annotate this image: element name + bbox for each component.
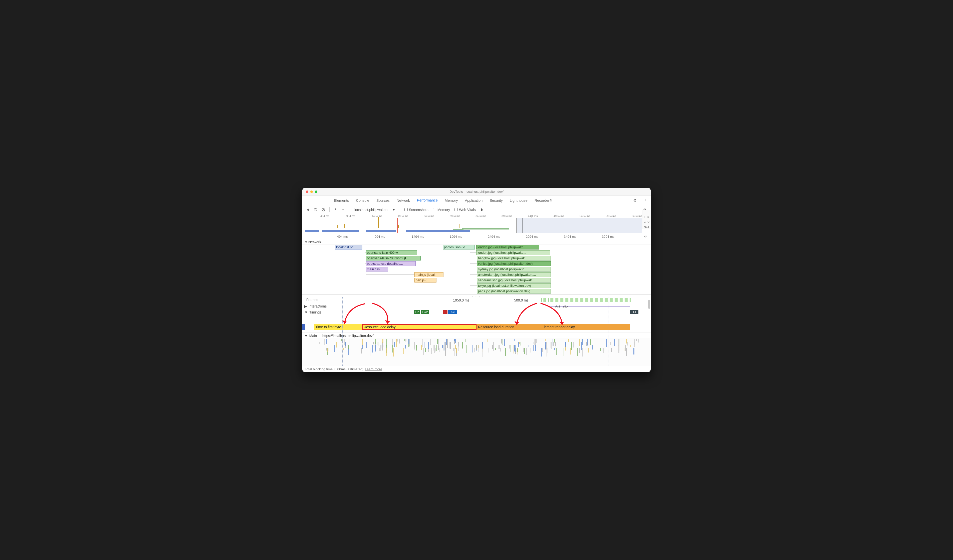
badge-fcp: FCP [421, 310, 429, 314]
tab-memory[interactable]: Memory [441, 196, 461, 205]
request-bar[interactable]: main.js (local... [414, 272, 444, 277]
main-flame[interactable] [302, 338, 651, 366]
tab-performance[interactable]: Performance [413, 196, 441, 205]
ruler-tick: 1494 ms [412, 235, 424, 238]
tab-application[interactable]: Application [461, 196, 486, 205]
zoom-icon[interactable] [315, 190, 317, 193]
upload-icon[interactable] [332, 207, 338, 213]
ruler-tick: 3494 ms [475, 215, 486, 218]
ruler-tick: 4994 ms [554, 215, 564, 218]
close-icon[interactable] [306, 190, 308, 193]
request-bar[interactable]: london.jpg (localhost.philipwalto... [476, 245, 539, 249]
device-icon[interactable] [316, 196, 331, 205]
record-icon[interactable] [305, 207, 311, 213]
tab-console[interactable]: Console [352, 196, 373, 205]
ruler-tick: 494 ms [320, 215, 329, 218]
network-waterfall[interactable]: localhost.phi...opensans-latin-400.w...o… [302, 245, 651, 295]
request-bar[interactable]: localhost.phi... [335, 245, 362, 249]
network-lane-header[interactable]: ▼Network [302, 239, 651, 245]
phase-rdur: Resource load duration [476, 324, 540, 330]
ruler-tick: 494 ms [337, 235, 348, 238]
ruler-tick: 5494 ms [580, 215, 590, 218]
request-bar[interactable]: tokyo.jpg (localhost.philipwalton.dev) [477, 283, 551, 288]
request-bar[interactable]: paris.jpg (localhost.philipwalton.dev) [477, 289, 551, 294]
badge-l: L [443, 310, 447, 314]
detail-ruler: 494 ms994 ms1494 ms1994 ms2494 ms2994 ms… [302, 234, 651, 239]
kebab-icon[interactable]: ⋮ [640, 196, 651, 205]
request-bar[interactable]: opensans-latin-400.w... [366, 250, 417, 255]
ruler-tick: 5994 ms [605, 215, 616, 218]
phase-erd: Element render delay [540, 324, 630, 330]
request-bar[interactable]: perf.js (l... [414, 278, 436, 283]
badge-dcl: DCL [448, 310, 457, 314]
minimize-icon[interactable] [310, 190, 313, 193]
request-bar[interactable]: san-francisco.jpg (localhost.philipwalt.… [477, 278, 551, 283]
splitter-handle[interactable]: • • • [302, 295, 651, 297]
svg-rect-0 [324, 196, 327, 201]
ruler-tick: 994 ms [375, 235, 385, 238]
flamechart-area[interactable]: Frames 1050.0 ms 500.0 ms ▶Interactions … [302, 297, 651, 366]
request-bar[interactable]: amsterdam.jpg (localhost.philipwalton...… [477, 272, 551, 277]
reload-icon[interactable] [313, 207, 319, 213]
profile-selector[interactable]: localhost.philipwalton....▾ [352, 207, 397, 213]
badge-fp: FP [414, 310, 420, 314]
perf-toolbar: localhost.philipwalton....▾ Screenshots … [302, 205, 651, 214]
request-bar[interactable]: bootstrap.css (localhos... [366, 261, 416, 266]
timings-lane[interactable]: ▼Timings FP FCP L DCL LCP Time to first … [302, 309, 651, 333]
inspect-icon[interactable] [302, 196, 316, 205]
ruler-tick: 1494 ms [372, 215, 382, 218]
footer: Total blocking time: 0.00ms (estimated) … [302, 366, 651, 372]
interactions-lane[interactable]: ▶Interactions Animation [302, 303, 651, 309]
scrollbar-thumb[interactable] [648, 300, 650, 309]
request-bar[interactable]: photos.json (lo... [443, 245, 475, 249]
tab-lighthouse[interactable]: Lighthouse [506, 196, 531, 205]
animation-label: Animation [555, 305, 570, 308]
tab-sources[interactable]: Sources [373, 196, 393, 205]
ruler-tick: 994 ms [346, 215, 355, 218]
checkbox-memory[interactable]: Memory [431, 208, 452, 212]
request-bar[interactable]: sydney.jpg (localhost.philipwalto... [477, 267, 551, 272]
overview-strip[interactable]: 494 ms994 ms1494 ms1994 ms2494 ms2994 ms… [302, 214, 651, 234]
trash-icon[interactable] [479, 207, 485, 213]
settings-icon[interactable]: ⚙︎ [630, 196, 640, 205]
ruler-tick: 3494 ms [564, 235, 576, 238]
tbt-label: Total blocking time: 0.00ms (estimated) [305, 367, 363, 371]
ruler-tick: 44|4 ms [528, 215, 538, 218]
ruler-tick: 2994 ms [526, 235, 538, 238]
macos-titlebar: DevTools - localhost.philipwalton.dev/ [302, 188, 651, 196]
window-title: DevTools - localhost.philipwalton.dev/ [302, 190, 651, 193]
ruler-tick: 3994 ms [501, 215, 512, 218]
request-bar[interactable]: opensans-latin-700.woff2 (l... [366, 256, 421, 260]
download-icon[interactable] [340, 207, 346, 213]
tab-recorder[interactable]: Recorder ⚗ [531, 196, 556, 205]
frames-lane[interactable]: Frames 1050.0 ms 500.0 ms [302, 297, 651, 303]
ruler-tick: 6494 ms [632, 215, 642, 218]
checkbox-webvitals[interactable]: Web Vitals [453, 208, 477, 212]
ruler-tick: 1994 ms [450, 235, 462, 238]
clear-icon[interactable] [320, 207, 326, 213]
request-bar[interactable]: venice.jpg (localhost.philipwalton.dev) [477, 261, 551, 266]
request-bar[interactable]: main.css ... [366, 267, 388, 272]
ruler-tick: 44 [644, 235, 647, 238]
panel-tabs: Elements Console Sources Network Perform… [302, 196, 651, 205]
tab-elements[interactable]: Elements [331, 196, 352, 205]
ruler-tick: 2494 ms [488, 235, 500, 238]
checkbox-screenshots[interactable]: Screenshots [403, 208, 430, 212]
ruler-tick: 3994 ms [602, 235, 615, 238]
tab-security[interactable]: Security [486, 196, 506, 205]
ruler-tick: 2494 ms [424, 215, 434, 218]
request-bar[interactable]: bangkok.jpg (localhost.philipwalt... [477, 256, 551, 260]
learn-more-link[interactable]: Learn more [365, 367, 382, 371]
request-bar[interactable]: london.jpg (localhost.philipwalto... [476, 250, 550, 255]
svg-point-2 [307, 209, 309, 210]
svg-line-4 [322, 209, 324, 211]
overview-tracks: FPS CPU NET [642, 210, 651, 230]
overview-ruler: 494 ms994 ms1494 ms1994 ms2494 ms2994 ms… [302, 214, 651, 218]
tab-network[interactable]: Network [393, 196, 413, 205]
main-lane-header[interactable]: ▼Main — https://localhost.philipwalton.d… [302, 333, 651, 338]
badge-lcp: LCP [630, 310, 638, 314]
ruler-tick: 1994 ms [398, 215, 408, 218]
devtools-window: DevTools - localhost.philipwalton.dev/ E… [302, 188, 651, 372]
phase-ttfb: Time to first byte [314, 324, 362, 330]
ruler-tick: 2994 ms [450, 215, 460, 218]
